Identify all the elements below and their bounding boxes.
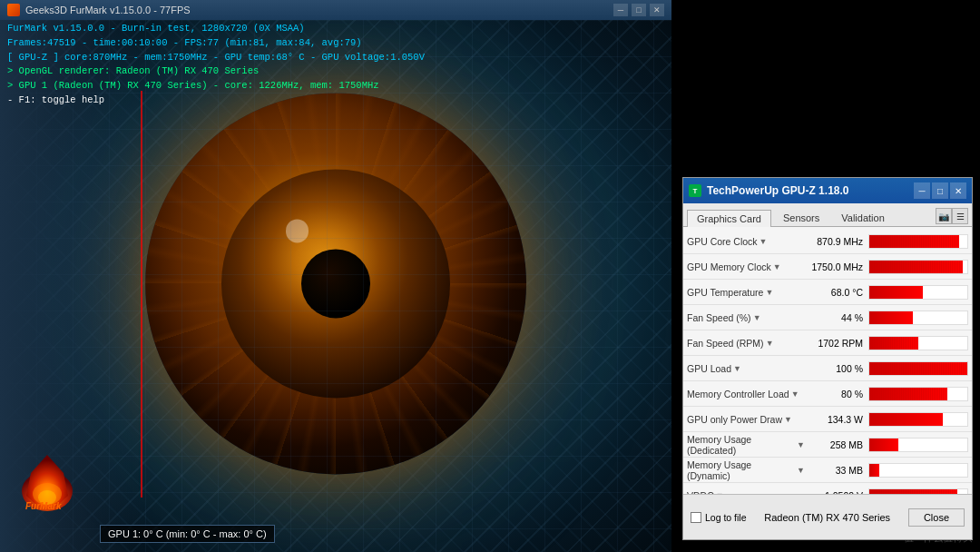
logo-flame-svg: FurMark [18,450,77,514]
sensor-bar-5 [869,362,967,375]
furmark-app-icon [7,4,20,16]
sensor-label-gpu-power-draw: GPU only Power Draw ▼ [687,414,805,425]
sensor-bar-container-8 [868,438,968,452]
info-line-3: [ GPU-Z ] core:870MHz - mem:1750MHz - GP… [7,51,425,65]
furmark-titlebar: Geeks3D FurMark v1.15.0.0 - 77FPS ─ □ ✕ [0,0,671,20]
sensor-row-fan-speed-pct: Fan Speed (%) ▼ 44 % [683,305,972,330]
gpu-name-display: Radeon (TM) RX 470 Series [754,512,901,523]
sensor-row-vddc: VDDC ▼ 1.0500 V [683,483,972,494]
gpuz-sensors-panel: GPU Core Clock ▼ 870.9 MHz GPU Memory Cl… [683,227,972,494]
sensor-bar-10 [869,489,957,495]
sensor-dropdown-7[interactable]: ▼ [784,415,792,424]
gpuz-camera-button[interactable]: 📷 [936,208,952,224]
furmark-window: Geeks3D FurMark v1.15.0.0 - 77FPS ─ □ ✕ … [0,0,671,552]
furmark-minimize-button[interactable]: ─ [613,4,628,16]
gpuz-close-btn[interactable]: Close [908,508,965,527]
sensor-row-memory-controller-load: Memory Controller Load ▼ 80 % [683,381,972,407]
temperature-indicator-line [141,91,142,498]
svg-text:FurMark: FurMark [25,501,62,511]
sensor-row-gpu-power-draw: GPU only Power Draw ▼ 134.3 W [683,407,972,432]
info-line-4: > OpenGL renderer: Radeon (TM) RX 470 Se… [7,64,425,79]
sensor-label-gpu-core-clock: GPU Core Clock ▼ [687,236,805,247]
sensor-label-gpu-memory-clock: GPU Memory Clock ▼ [687,261,805,272]
furmark-close-button[interactable]: ✕ [650,4,664,16]
info-line-5: > GPU 1 (Radeon (TM) RX 470 Series) - co… [7,79,425,94]
sensor-bar-container-3 [868,310,968,325]
sensor-value-gpu-power-draw: 134.3 W [805,414,868,425]
tab-sensors[interactable]: Sensors [773,209,829,226]
sensor-value-gpu-core-clock: 870.9 MHz [805,236,868,247]
sensor-bar-1 [869,261,963,273]
sensor-dropdown-0[interactable]: ▼ [760,237,768,246]
sensor-dropdown-8[interactable]: ▼ [797,440,805,449]
sensor-value-fan-speed-rpm: 1702 RPM [805,338,868,349]
sensor-bar-container-4 [868,336,968,350]
sensor-dropdown-1[interactable]: ▼ [773,262,781,271]
sensor-label-gpu-temperature: GPU Temperature ▼ [687,287,805,298]
sensor-bar-4 [869,337,918,350]
gpuz-menu-button[interactable]: ☰ [952,208,968,224]
info-line-2: Frames:47519 - time:00:10:00 - FPS:77 (m… [7,36,425,51]
furmark-maximize-button[interactable]: □ [632,4,646,16]
sensor-bar-8 [869,439,898,451]
sensor-dropdown-3[interactable]: ▼ [753,313,761,322]
log-to-file-label: Log to file [705,512,747,523]
gpuz-bottom-bar: Log to file Radeon (TM) RX 470 Series Cl… [683,494,972,539]
sensor-row-fan-speed-rpm: Fan Speed (RPM) ▼ 1702 RPM [683,330,972,356]
sensor-row-gpu-memory-clock: GPU Memory Clock ▼ 1750.0 MHz [683,254,972,280]
sensor-dropdown-6[interactable]: ▼ [791,389,799,399]
gpuz-title: TechPowerUp GPU-Z 1.18.0 [707,184,849,197]
furmark-title: Geeks3D FurMark v1.15.0.0 - 77FPS [25,5,191,15]
temperature-display: GPU 1: 0° C (min: 0° C - max: 0° C) [100,525,275,543]
sensor-bar-container-6 [868,387,968,401]
sensor-bar-container-1 [868,260,968,274]
info-line-1: FurMark v1.15.0.0 - Burn-in test, 1280x7… [7,22,425,36]
gpuz-minimize-button[interactable]: ─ [914,182,930,199]
gpuz-close-button[interactable]: ✕ [950,182,966,199]
furmark-window-controls: ─ □ ✕ [613,4,664,16]
sensor-bar-container-9 [868,463,968,478]
tab-graphics-card[interactable]: Graphics Card [687,210,771,227]
sensor-bar-9 [869,464,879,477]
sensor-label-gpu-load: GPU Load ▼ [687,363,805,374]
sensor-dropdown-4[interactable]: ▼ [766,339,774,348]
sensor-value-memory-dedicated: 258 MB [805,439,868,450]
sensor-row-gpu-temperature: GPU Temperature ▼ 68.0 °C [683,280,972,305]
log-to-file-area: Log to file [691,512,747,523]
sensor-value-fan-speed-pct: 44 % [805,312,868,323]
gpuz-maximize-button[interactable]: □ [932,182,948,199]
sensor-row-gpu-core-clock: GPU Core Clock ▼ 870.9 MHz [683,229,972,254]
sensor-value-gpu-memory-clock: 1750.0 MHz [805,261,868,272]
sensor-label-memory-dynamic: Memory Usage (Dynamic) ▼ [687,459,805,481]
info-line-6: - F1: toggle help [7,94,425,108]
sensor-value-gpu-load: 100 % [805,363,868,374]
furmark-info-overlay: FurMark v1.15.0.0 - Burn-in test, 1280x7… [7,22,425,108]
tab-validation[interactable]: Validation [831,209,895,226]
sensor-row-memory-dynamic: Memory Usage (Dynamic) ▼ 33 MB [683,458,972,483]
sensor-dropdown-5[interactable]: ▼ [733,364,741,373]
sensor-bar-container-0 [868,234,968,249]
sensor-bar-6 [869,388,947,400]
sensor-bar-7 [869,413,943,426]
sensor-bar-0 [869,235,959,248]
sensor-label-memory-controller-load: Memory Controller Load ▼ [687,389,805,399]
sensor-value-memory-controller-load: 80 % [805,389,868,399]
sensor-bar-container-10 [868,488,968,495]
sensor-row-memory-dedicated: Memory Usage (Dedicated) ▼ 258 MB [683,432,972,458]
furmark-logo: FurMark [18,450,77,516]
gpuz-app-icon: T [689,184,701,197]
sensor-bar-container-7 [868,412,968,427]
sensor-dropdown-2[interactable]: ▼ [765,288,773,297]
sensor-bar-container-2 [868,285,968,300]
sensor-bar-3 [869,311,913,324]
sensor-value-memory-dynamic: 33 MB [805,465,868,476]
gpuz-window: T TechPowerUp GPU-Z 1.18.0 ─ □ ✕ Graphic… [682,177,973,540]
sensor-label-memory-dedicated: Memory Usage (Dedicated) ▼ [687,434,805,456]
gpuz-window-controls: ─ □ ✕ [914,182,966,199]
sensor-dropdown-9[interactable]: ▼ [797,466,805,475]
sensor-label-fan-speed-pct: Fan Speed (%) ▼ [687,312,805,323]
gpuz-tabs: Graphics Card Sensors Validation 📷 ☰ [683,203,972,227]
temp-text: GPU 1: 0° C (min: 0° C - max: 0° C) [108,528,267,539]
log-to-file-checkbox[interactable] [691,512,701,523]
sensor-value-gpu-temperature: 68.0 °C [805,287,868,298]
